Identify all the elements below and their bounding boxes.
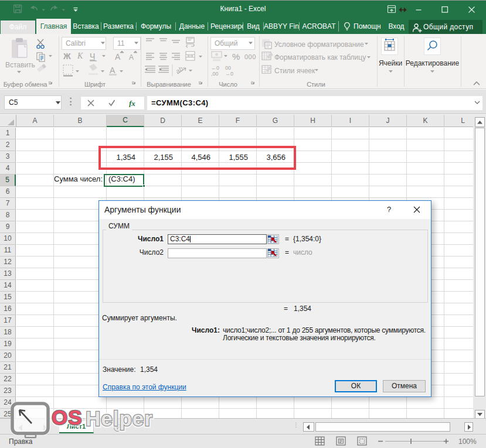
svg-text:Helper: Helper [86,407,153,430]
svg-text:100%: 100% [458,437,477,446]
svg-text:fx: fx [129,99,135,107]
svg-text:OS: OS [52,406,83,429]
svg-text:ab: ab [174,65,184,75]
